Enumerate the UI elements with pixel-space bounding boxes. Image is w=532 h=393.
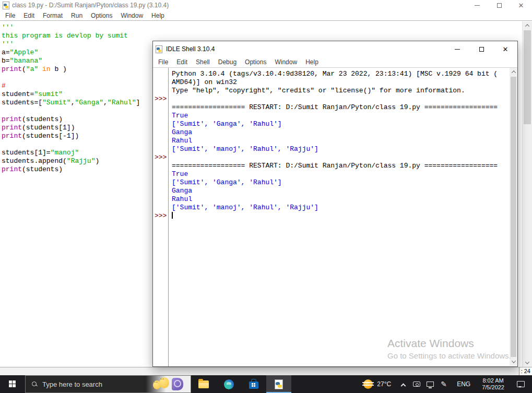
- line-col-indicator: : 24: [519, 367, 532, 375]
- menu-format[interactable]: Format: [39, 12, 67, 19]
- weather-temperature[interactable]: 27°C: [377, 380, 391, 388]
- taskbar-app-python-idle[interactable]: [266, 375, 291, 393]
- shell-line: Ganga: [172, 187, 510, 195]
- shell-prompt: >>>: [155, 153, 168, 162]
- shell-gutter-row: [155, 170, 168, 178]
- shell-gutter-row: [155, 103, 168, 112]
- close-icon: ✕: [503, 46, 509, 53]
- editor-titlebar: class 19.py - D:/Sumit Ranjan/Pyton/clas…: [0, 0, 532, 10]
- weather-sun-icon[interactable]: [363, 379, 373, 389]
- editor-minimize-button[interactable]: [466, 0, 488, 10]
- action-center-icon[interactable]: [517, 381, 525, 387]
- menu-window[interactable]: Window: [116, 12, 147, 19]
- shell-titlebar[interactable]: IDLE Shell 3.10.4 ✕: [153, 41, 517, 57]
- editor-scrollbar-thumb[interactable]: [524, 30, 531, 124]
- maximize-icon: [497, 3, 502, 8]
- shell-gutter-row: [155, 204, 168, 212]
- system-tray: 27°C ✎ ENG 8:02 AM 7/5/2022: [363, 375, 532, 393]
- pen-icon: ✎: [441, 380, 447, 388]
- shell-line: [172, 95, 510, 103]
- menu-help[interactable]: Help: [147, 12, 169, 19]
- editor-window-title: class 19.py - D:/Sumit Ranjan/Pyton/clas…: [12, 2, 466, 9]
- start-button[interactable]: [0, 375, 25, 393]
- file-explorer-icon: [198, 380, 209, 388]
- store-icon: [249, 382, 258, 389]
- python-file-icon: [156, 45, 162, 53]
- edge-icon: [224, 379, 234, 389]
- shell-line: [172, 153, 510, 162]
- search-box[interactable]: Type here to search: [25, 375, 191, 393]
- shell-line: Rahul: [172, 195, 510, 204]
- scroll-up-icon[interactable]: [523, 21, 532, 30]
- shell-line: True: [172, 170, 510, 178]
- shell-line: ['Sumit', 'Ganga', 'Rahul']: [172, 120, 510, 128]
- shell-gutter-row: [155, 162, 168, 170]
- shell-text-area[interactable]: Python 3.10.4 (tags/v3.10.4:9d38120, Mar…: [169, 68, 510, 366]
- windows-ink-button[interactable]: ✎: [437, 380, 451, 388]
- menu-shell[interactable]: Shell: [192, 58, 214, 66]
- shell-maximize-button[interactable]: [469, 41, 493, 57]
- shell-gutter-row: [155, 112, 168, 120]
- shell-close-button[interactable]: ✕: [493, 41, 517, 57]
- shell-line: ================== RESTART: D:/Sumit Ran…: [172, 103, 510, 112]
- menu-options[interactable]: Options: [87, 12, 116, 19]
- editor-scrollbar[interactable]: [522, 21, 532, 367]
- language-indicator[interactable]: ENG: [451, 380, 477, 388]
- search-highlights-illustration[interactable]: [146, 376, 191, 392]
- scroll-down-icon[interactable]: [510, 358, 517, 366]
- shell-scrollbar[interactable]: [510, 68, 517, 366]
- camera-tray-button[interactable]: [410, 382, 423, 387]
- shell-line: ['Sumit', 'manoj', 'Rahul', 'Rajju']: [172, 204, 510, 212]
- search-placeholder: Type here to search: [42, 380, 102, 388]
- shell-gutter-row: [155, 70, 168, 78]
- windows-logo-icon: [9, 380, 12, 384]
- shell-scrollbar-thumb[interactable]: [511, 77, 516, 357]
- menu-edit[interactable]: Edit: [172, 58, 192, 66]
- taskbar-app-file-explorer[interactable]: [191, 375, 216, 393]
- time-label: 8:02 AM: [482, 377, 503, 384]
- idle-shell-window: IDLE Shell 3.10.4 ✕ FileEditShellDebugOp…: [152, 41, 518, 367]
- menu-edit[interactable]: Edit: [19, 12, 39, 19]
- shell-prompt: >>>: [155, 95, 168, 103]
- scroll-up-icon[interactable]: [510, 68, 517, 76]
- editor-menubar: FileEditFormatRunOptionsWindowHelp: [0, 10, 532, 21]
- taskbar-app-store[interactable]: [241, 375, 266, 393]
- shell-gutter-row: [155, 128, 168, 137]
- menu-run[interactable]: Run: [67, 12, 87, 19]
- taskbar-app-edge[interactable]: [216, 375, 241, 393]
- minimize-icon: [455, 49, 460, 50]
- code-line: ''': [2, 23, 522, 32]
- menu-window[interactable]: Window: [270, 58, 301, 66]
- network-tray-button[interactable]: [423, 382, 437, 387]
- editor-maximize-button[interactable]: [488, 0, 510, 10]
- date-label: 7/5/2022: [482, 384, 504, 390]
- maximize-icon: [479, 47, 484, 52]
- shell-line: Ganga: [172, 128, 510, 137]
- menu-file[interactable]: File: [1, 12, 19, 19]
- editor-statusbar: : 24: [0, 367, 532, 375]
- editor-close-button[interactable]: ✕: [510, 0, 532, 10]
- menu-debug[interactable]: Debug: [214, 58, 241, 66]
- shell-line: ================== RESTART: D:/Sumit Ran…: [172, 162, 510, 170]
- scroll-down-icon[interactable]: [523, 359, 532, 367]
- menu-file[interactable]: File: [154, 58, 172, 66]
- shell-prompt-gutter: >>>>>>>>>: [153, 68, 169, 366]
- shell-minimize-button[interactable]: [445, 41, 469, 57]
- shell-menubar: FileEditShellDebugOptionsWindowHelp: [153, 57, 517, 68]
- minimize-icon: [475, 5, 480, 6]
- network-icon: [427, 382, 434, 387]
- show-hidden-icons-button[interactable]: [396, 383, 410, 386]
- shell-content: >>>>>>>>> Python 3.10.4 (tags/v3.10.4:9d…: [153, 68, 510, 366]
- menu-options[interactable]: Options: [241, 58, 270, 66]
- shell-gutter-row: [155, 145, 168, 153]
- clock[interactable]: 8:02 AM 7/5/2022: [477, 377, 510, 391]
- python-file-icon: [3, 2, 9, 9]
- text-cursor: [172, 212, 173, 219]
- shell-line: Rahul: [172, 137, 510, 145]
- menu-help[interactable]: Help: [301, 58, 323, 66]
- shell-gutter-row: [155, 87, 168, 95]
- shell-gutter-row: [155, 195, 168, 204]
- taskbar-apps: [191, 375, 291, 393]
- shell-gutter-row: [155, 137, 168, 145]
- code-line: this program is devlop by sumit: [2, 32, 522, 40]
